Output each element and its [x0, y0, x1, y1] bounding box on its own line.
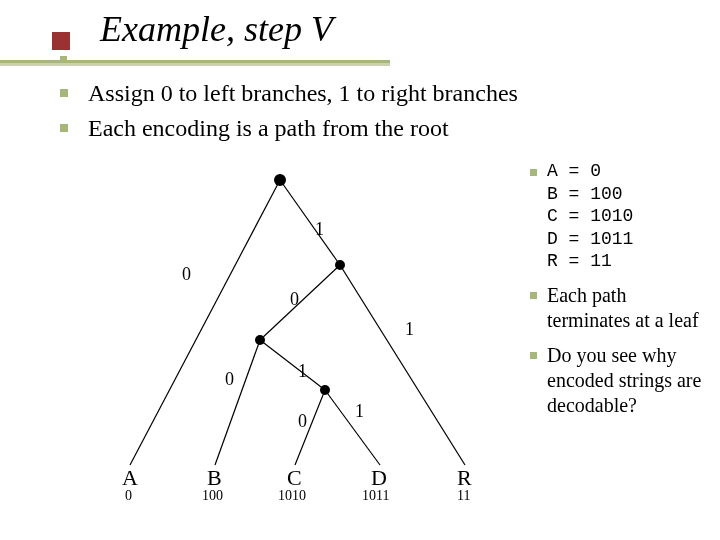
right-bullet-item: Each path terminates at a leaf: [530, 283, 710, 333]
edge-label: 0: [225, 369, 234, 389]
svg-line-3: [340, 265, 465, 465]
bullet-icon: [530, 169, 537, 176]
slide: Example, step V Assign 0 to left branche…: [0, 0, 720, 540]
svg-line-2: [260, 265, 340, 340]
leaf-label: C: [287, 465, 302, 490]
slide-title: Example, step V: [100, 8, 333, 50]
svg-line-5: [260, 340, 325, 390]
leaf-label: A: [122, 465, 138, 490]
bullet-text: Each encoding is a path from the root: [88, 115, 449, 141]
bullet-icon: [530, 352, 537, 359]
right-bullet-text: Each path terminates at a leaf: [547, 283, 710, 333]
svg-point-11: [320, 385, 330, 395]
right-bullet-item: A = 0 B = 100 C = 1010 D = 1011 R = 11: [530, 160, 710, 273]
edge-label: 0: [182, 264, 191, 284]
code-list: A = 0 B = 100 C = 1010 D = 1011 R = 11: [547, 160, 710, 273]
code-line: B = 100: [547, 183, 710, 206]
bullet-icon: [530, 292, 537, 299]
edge-label: 1: [405, 319, 414, 339]
leaf-labels: A 0 B 100 C 1010 D 1011 R 11: [122, 465, 472, 500]
right-bullets: A = 0 B = 100 C = 1010 D = 1011 R = 11 E…: [530, 160, 710, 428]
title-underline-shadow: [0, 63, 390, 66]
svg-line-7: [325, 390, 380, 465]
edge-label: 0: [290, 289, 299, 309]
edge-label: 1: [315, 219, 324, 239]
leaf-label: R: [457, 465, 472, 490]
edge-label: 0: [298, 411, 307, 431]
right-bullet-text: Do you see why encoded strings are decod…: [547, 343, 710, 418]
bullet-text: Assign 0 to left branches, 1 to right br…: [88, 80, 518, 106]
bullet-item: Each encoding is a path from the root: [60, 113, 518, 142]
code-line: C = 1010: [547, 205, 710, 228]
leaf-code: 1011: [362, 488, 389, 500]
svg-point-9: [335, 260, 345, 270]
edge-label: 1: [298, 361, 307, 381]
leaf-code: 11: [457, 488, 470, 500]
leaf-label: D: [371, 465, 387, 490]
svg-point-8: [274, 174, 286, 186]
leaf-code: 100: [202, 488, 223, 500]
leaf-code: 1010: [278, 488, 306, 500]
code-line: A = 0: [547, 160, 710, 183]
main-bullets: Assign 0 to left branches, 1 to right br…: [60, 78, 518, 148]
bullet-item: Assign 0 to left branches, 1 to right br…: [60, 78, 518, 107]
accent-square-icon: [52, 32, 70, 50]
leaf-label: B: [207, 465, 222, 490]
tree-diagram: 0 1 0 1 0 1 0 1 A 0 B 100 C 1010 D 1011 …: [100, 165, 510, 500]
code-line: D = 1011: [547, 228, 710, 251]
leaf-code: 0: [125, 488, 132, 500]
right-bullet-item: Do you see why encoded strings are decod…: [530, 343, 710, 418]
svg-line-0: [130, 180, 280, 465]
svg-point-10: [255, 335, 265, 345]
bullet-icon: [60, 89, 68, 97]
svg-line-4: [215, 340, 260, 465]
edge-label: 1: [355, 401, 364, 421]
svg-line-1: [280, 180, 340, 265]
bullet-icon: [60, 124, 68, 132]
code-line: R = 11: [547, 250, 710, 273]
edge-labels: 0 1 0 1 0 1 0 1: [182, 219, 414, 431]
